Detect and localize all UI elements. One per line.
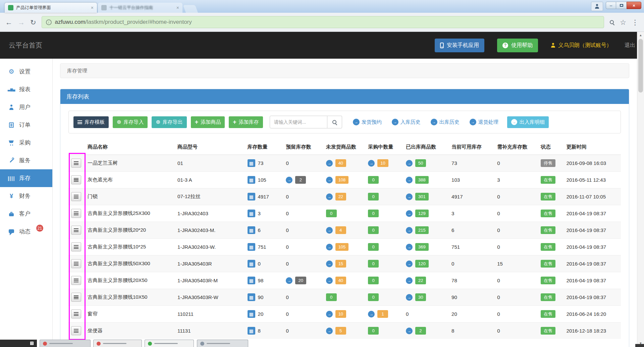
profile-button[interactable] [591,2,603,11]
sidebar-item-orders[interactable]: 订单 [0,116,52,134]
page-scrollbar[interactable]: ▲ ▼ [637,32,644,347]
row-menu-button[interactable] [71,226,81,235]
table-grid-icon[interactable] [248,176,255,184]
arrow-circle-icon[interactable]: → [326,328,333,334]
row-menu-button[interactable] [71,326,81,335]
tab-close-icon[interactable]: × [91,5,94,10]
inventory-import-button[interactable]: 库存导入 [113,116,148,128]
row-menu-button[interactable] [71,259,81,268]
table-grid-icon[interactable] [248,159,255,167]
table-grid-icon[interactable] [248,210,255,217]
row-menu-button[interactable] [71,192,81,201]
url-text[interactable]: azfuwu.com/lastkm/product_provider/#home… [55,19,192,25]
row-menu-button[interactable] [71,175,81,184]
add-product-button[interactable]: 添加商品 [191,116,225,128]
zoom-icon[interactable] [609,19,614,26]
arrow-circle-icon[interactable]: → [406,277,413,284]
arrow-circle-icon[interactable]: → [406,160,413,167]
arrow-circle-icon[interactable]: → [286,277,292,284]
shipping-reservation-link[interactable]: →发货预约 [353,119,382,125]
arrow-circle-icon[interactable]: → [406,177,413,183]
scrollbar-thumb[interactable] [638,39,643,93]
browser-tab-active[interactable]: 产品订单管理界面 × [5,3,97,13]
arrow-circle-icon[interactable]: → [368,311,375,317]
row-menu-button[interactable] [71,209,81,218]
forward-button[interactable]: → [18,19,25,26]
sidebar-item-activity[interactable]: 动态21 [0,223,52,240]
taskbar-window[interactable] [145,340,194,347]
table-grid-icon[interactable] [248,277,255,284]
install-app-button[interactable]: 安装手机应用 [435,39,484,52]
arrow-circle-icon[interactable]: → [326,227,333,234]
add-inventory-button[interactable]: 添加库存 [229,116,263,128]
account-menu[interactable]: 义乌贝朗（测试账号） [551,42,612,49]
row-menu-button[interactable] [71,242,81,251]
sidebar-item-inventory[interactable]: 库存 [0,169,52,187]
new-tab-button[interactable] [183,5,198,13]
arrow-circle-icon[interactable]: → [326,311,333,317]
taskbar-window[interactable] [40,340,91,347]
browser-menu-icon[interactable]: ⋮ [632,19,639,26]
table-grid-icon[interactable] [248,327,255,335]
taskbar-window[interactable] [93,340,142,347]
value-badge: 105 [335,243,349,251]
sidebar-item-customers[interactable]: 客户 [0,205,52,223]
returns-processing-link[interactable]: →退货处理 [470,119,498,125]
outbound-history-link[interactable]: →出库历史 [431,119,460,125]
sidebar-item-settings[interactable]: 设置 [0,63,52,80]
sidebar-item-reports[interactable]: 报表 [0,80,52,98]
sidebar-item-purchase[interactable]: 采购 [0,134,52,152]
table-grid-icon[interactable] [248,293,255,301]
browser-tab-inactive[interactable]: 十一链云平台操作指南 × [98,3,182,13]
search-input[interactable] [270,116,327,128]
row-menu-cell [68,188,85,205]
row-menu-button[interactable] [71,159,81,168]
arrow-circle-icon[interactable]: → [326,244,333,250]
search-button[interactable] [327,116,342,128]
maximize-button[interactable] [616,2,627,9]
sidebar-item-services[interactable]: 服务 [0,152,52,169]
arrow-circle-icon[interactable]: → [406,227,413,234]
sidebar-item-finance[interactable]: 财务 [0,187,52,205]
arrow-circle-icon[interactable]: → [406,328,413,334]
taskbar-window[interactable] [197,340,248,347]
arrow-circle-icon[interactable]: → [406,261,413,267]
scroll-up-icon[interactable]: ▲ [639,32,642,38]
row-menu-button[interactable] [71,309,81,319]
table-grid-icon[interactable] [248,260,255,268]
help-button[interactable]: ? 使用帮助 [497,39,538,52]
arrow-circle-icon[interactable]: → [406,244,413,250]
arrow-circle-icon[interactable]: → [368,160,375,167]
arrow-circle-icon[interactable]: → [326,277,333,284]
inventory-template-button[interactable]: 库存模板 [73,116,109,128]
minimize-button[interactable]: – [606,2,616,9]
arrow-circle-icon[interactable]: → [326,160,333,167]
arrow-circle-icon[interactable]: → [406,193,413,200]
table-grid-icon[interactable] [248,310,255,318]
arrow-circle-icon[interactable]: → [326,261,333,267]
arrow-circle-icon[interactable]: → [326,193,333,200]
inout-detail-button[interactable]: → 出入库明细 [507,116,549,128]
arrow-circle-icon[interactable]: → [406,210,413,217]
row-menu-button[interactable] [71,276,81,285]
sidebar-item-users[interactable]: 用户 [0,98,52,116]
address-bar[interactable]: i azfuwu.com/lastkm/product_provider/#ho… [42,16,604,28]
arrow-circle-icon[interactable]: → [286,177,292,183]
brand-link[interactable]: 云平台首页 [9,41,42,50]
close-button[interactable]: × [627,2,641,9]
table-grid-icon[interactable] [248,226,255,234]
arrow-circle-icon[interactable]: → [326,177,333,183]
table-grid-icon[interactable] [248,243,255,251]
info-icon[interactable]: i [46,19,52,25]
table-grid-icon[interactable] [248,193,255,200]
inventory-export-button[interactable]: 库存导出 [152,116,186,128]
reload-button[interactable]: ↻ [30,19,36,26]
row-menu-button[interactable] [71,293,81,302]
arrow-circle-icon[interactable]: → [406,294,413,301]
back-button[interactable]: ← [5,19,12,26]
link-label: 出库历史 [439,119,460,125]
bookmark-star-icon[interactable]: ☆ [620,19,626,26]
logout-link[interactable]: 退出 [625,42,635,49]
tab-close-icon[interactable]: × [176,5,179,10]
inbound-history-link[interactable]: →入库历史 [392,119,421,125]
